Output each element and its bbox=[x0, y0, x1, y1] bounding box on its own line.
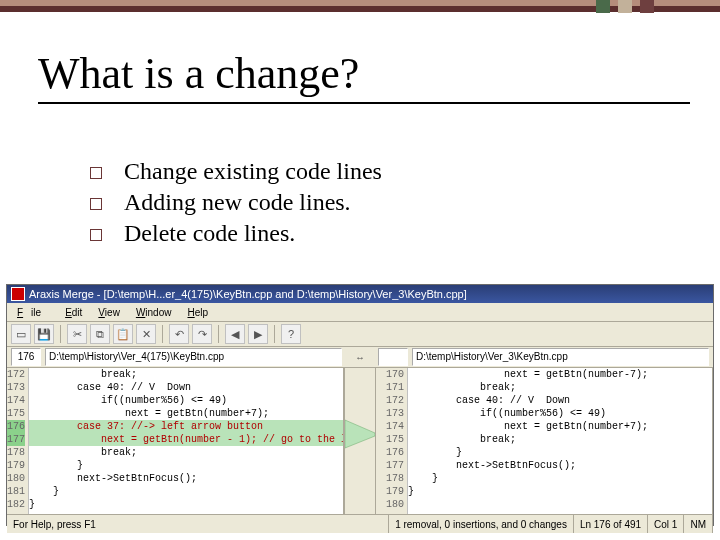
slide-top-stripe bbox=[0, 0, 720, 12]
app-icon bbox=[11, 287, 25, 301]
right-pane[interactable]: 170171172173174175176177178179180 next =… bbox=[376, 368, 713, 514]
link-shape bbox=[345, 398, 375, 458]
next-diff-icon[interactable]: ▶ bbox=[248, 324, 268, 344]
window-title: Araxis Merge - [D:\temp\H...er_4(175)\Ke… bbox=[29, 288, 467, 300]
right-path-field[interactable]: D:\temp\History\Ver_3\KeyBtn.cpp bbox=[412, 348, 709, 366]
paste-icon[interactable]: 📋 bbox=[113, 324, 133, 344]
toolbar: ▭ 💾 ✂ ⧉ 📋 ✕ ↶ ↷ ◀ ▶ ? bbox=[7, 322, 713, 347]
left-path-field[interactable]: D:\temp\History\Ver_4(175)\KeyBtn.cpp bbox=[45, 348, 342, 366]
new-icon[interactable]: ▭ bbox=[11, 324, 31, 344]
diff-panes: 172173174175176177178179180181182 break;… bbox=[7, 368, 713, 514]
prev-diff-icon[interactable]: ◀ bbox=[225, 324, 245, 344]
status-help: For Help, press F1 bbox=[7, 515, 389, 533]
path-bar: 176 D:\temp\History\Ver_4(175)\KeyBtn.cp… bbox=[7, 347, 713, 368]
left-code[interactable]: break; case 40: // V Down if((number%56)… bbox=[29, 368, 344, 514]
window-titlebar[interactable]: Araxis Merge - [D:\temp\H...er_4(175)\Ke… bbox=[7, 285, 713, 303]
menu-edit[interactable]: Edit bbox=[57, 305, 90, 320]
right-code[interactable]: next = getBtn(number-7); break; case 40:… bbox=[408, 368, 712, 514]
menu-help[interactable]: Help bbox=[179, 305, 216, 320]
menu-bar: File Edit View Window Help bbox=[7, 303, 713, 322]
left-line-field[interactable]: 176 bbox=[11, 348, 41, 366]
copy-icon[interactable]: ⧉ bbox=[90, 324, 110, 344]
undo-icon[interactable]: ↶ bbox=[169, 324, 189, 344]
help-icon[interactable]: ? bbox=[281, 324, 301, 344]
status-changes: 1 removal, 0 insertions, and 0 changes bbox=[389, 515, 574, 533]
status-bar: For Help, press F1 1 removal, 0 insertio… bbox=[7, 514, 713, 533]
slide-title: What is a change? bbox=[38, 48, 359, 99]
diff-app-window: Araxis Merge - [D:\temp\H...er_4(175)\Ke… bbox=[6, 284, 714, 526]
status-col: Col 1 bbox=[648, 515, 684, 533]
left-gutter: 172173174175176177178179180181182 bbox=[7, 368, 29, 514]
swap-icon[interactable]: ↔ bbox=[346, 349, 374, 365]
bullet-item: Delete code lines. bbox=[90, 220, 382, 247]
delete-icon[interactable]: ✕ bbox=[136, 324, 156, 344]
left-pane[interactable]: 172173174175176177178179180181182 break;… bbox=[7, 368, 344, 514]
right-line-field[interactable] bbox=[378, 348, 408, 366]
redo-icon[interactable]: ↷ bbox=[192, 324, 212, 344]
menu-view[interactable]: View bbox=[90, 305, 128, 320]
status-end: NM bbox=[684, 515, 713, 533]
bullet-list: Change existing code lines Adding new co… bbox=[50, 154, 382, 251]
save-icon[interactable]: 💾 bbox=[34, 324, 54, 344]
title-rule bbox=[38, 102, 690, 104]
cut-icon[interactable]: ✂ bbox=[67, 324, 87, 344]
menu-file[interactable]: File bbox=[9, 305, 57, 320]
bullet-item: Change existing code lines bbox=[90, 158, 382, 185]
status-pos: Ln 176 of 491 bbox=[574, 515, 648, 533]
bullet-item: Adding new code lines. bbox=[90, 189, 382, 216]
link-strip bbox=[344, 368, 376, 514]
menu-window[interactable]: Window bbox=[128, 305, 180, 320]
right-gutter: 170171172173174175176177178179180 bbox=[376, 368, 408, 514]
